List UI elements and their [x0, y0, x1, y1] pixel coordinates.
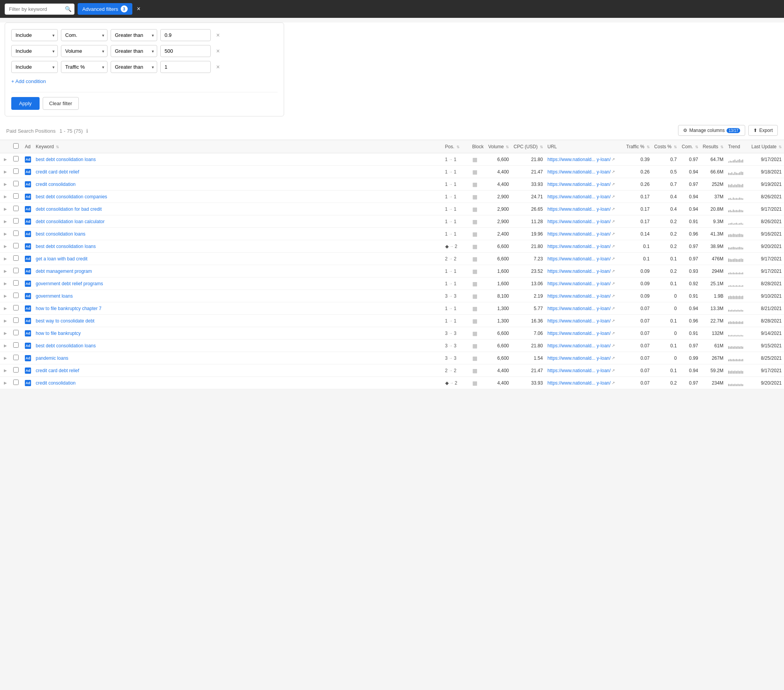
keyword-link[interactable]: get a loan with bad credit — [36, 256, 87, 262]
select-all-checkbox[interactable] — [13, 143, 19, 149]
remove-filter-1-button[interactable]: × — [214, 31, 222, 40]
col-com-header[interactable]: Com. ⇅ — [679, 140, 701, 153]
col-costs-header[interactable]: Costs % ⇅ — [652, 140, 679, 153]
operator-select-2[interactable]: Greater than Less than Equals — [111, 45, 157, 57]
manage-columns-button[interactable]: ⚙ Manage columns 13/17 — [678, 125, 745, 136]
keyword-link[interactable]: best consolidation loans — [36, 231, 85, 237]
expand-row-button[interactable]: ▶ — [2, 318, 9, 324]
row-checkbox[interactable] — [13, 156, 19, 161]
clear-filter-button[interactable]: Clear filter — [43, 97, 79, 110]
filter-value-input-3[interactable] — [160, 61, 211, 73]
keyword-link[interactable]: government debt relief programs — [36, 281, 103, 286]
include-select-3[interactable]: Include Exclude — [11, 61, 58, 73]
expand-row-button[interactable]: ▶ — [2, 355, 9, 361]
add-condition-button[interactable]: + Add condition — [11, 77, 46, 86]
remove-filter-2-button[interactable]: × — [214, 47, 222, 55]
row-checkbox[interactable] — [13, 293, 19, 298]
url-link[interactable]: https://www.nationald... y-loan/ ↗ — [548, 306, 617, 311]
expand-row-button[interactable]: ▶ — [2, 343, 9, 348]
col-cpc-header[interactable]: CPC (USD) ⇅ — [511, 140, 545, 153]
keyword-link[interactable]: credit card debt relief — [36, 368, 79, 373]
keyword-link[interactable]: pandemic loans — [36, 355, 68, 361]
keyword-link[interactable]: credit consolidation — [36, 380, 76, 386]
col-results-header[interactable]: Results ⇅ — [701, 140, 726, 153]
keyword-link[interactable]: credit card debt relief — [36, 169, 79, 175]
include-select-2[interactable]: Include Exclude — [11, 45, 58, 57]
col-pos-header[interactable]: Pos. ⇅ — [443, 140, 470, 153]
apply-button[interactable]: Apply — [11, 97, 40, 110]
row-checkbox[interactable] — [13, 280, 19, 286]
expand-row-button[interactable]: ▶ — [2, 169, 9, 175]
url-link[interactable]: https://www.nationald... y-loan/ ↗ — [548, 194, 617, 199]
url-link[interactable]: https://www.nationald... y-loan/ ↗ — [548, 331, 617, 336]
url-link[interactable]: https://www.nationald... y-loan/ ↗ — [548, 244, 617, 249]
expand-row-button[interactable]: ▶ — [2, 380, 9, 386]
url-link[interactable]: https://www.nationald... y-loan/ ↗ — [548, 231, 617, 237]
row-checkbox[interactable] — [13, 231, 19, 236]
advanced-filters-button[interactable]: Advanced filters 3 — [78, 3, 132, 15]
row-checkbox[interactable] — [13, 355, 19, 360]
operator-select-3[interactable]: Greater than Less than Equals — [111, 61, 157, 73]
url-link[interactable]: https://www.nationald... y-loan/ ↗ — [548, 219, 617, 224]
col-update-header[interactable]: Last Update ⇅ — [749, 140, 784, 153]
url-link[interactable]: https://www.nationald... y-loan/ ↗ — [548, 256, 617, 262]
row-checkbox[interactable] — [13, 317, 19, 323]
row-checkbox[interactable] — [13, 206, 19, 211]
keyword-link[interactable]: how to file bankruptcy chapter 7 — [36, 306, 101, 311]
keyword-link[interactable]: debt management program — [36, 269, 92, 274]
keyword-link[interactable]: debt consolidation loan calculator — [36, 219, 104, 224]
col-volume-header[interactable]: Volume ⇅ — [486, 140, 511, 153]
row-checkbox[interactable] — [13, 305, 19, 310]
field-select-3[interactable]: Com. Volume Traffic % CPC (USD) — [61, 61, 108, 73]
expand-row-button[interactable]: ▶ — [2, 243, 9, 249]
filter-value-input-1[interactable] — [160, 29, 211, 41]
keyword-link[interactable]: how to file bankruptcy — [36, 331, 81, 336]
url-link[interactable]: https://www.nationald... y-loan/ ↗ — [548, 343, 617, 348]
row-checkbox[interactable] — [13, 255, 19, 261]
row-checkbox[interactable] — [13, 367, 19, 373]
close-filters-button[interactable]: × — [135, 4, 142, 14]
include-select-1[interactable]: Include Exclude — [11, 29, 58, 41]
col-traffic-header[interactable]: Traffic % ⇅ — [623, 140, 652, 153]
url-link[interactable]: https://www.nationald... y-loan/ ↗ — [548, 182, 617, 187]
url-link[interactable]: https://www.nationald... y-loan/ ↗ — [548, 269, 617, 274]
expand-row-button[interactable]: ▶ — [2, 156, 9, 162]
keyword-link[interactable]: government loans — [36, 293, 73, 299]
col-keyword-header[interactable]: Keyword ⇅ — [33, 140, 443, 153]
row-checkbox[interactable] — [13, 243, 19, 248]
row-checkbox[interactable] — [13, 330, 19, 335]
keyword-link[interactable]: debt consolidation for bad credit — [36, 206, 102, 212]
expand-row-button[interactable]: ▶ — [2, 206, 9, 212]
row-checkbox[interactable] — [13, 181, 19, 186]
expand-row-button[interactable]: ▶ — [2, 330, 9, 336]
expand-row-button[interactable]: ▶ — [2, 293, 9, 299]
keyword-link[interactable]: best debt consolidation companies — [36, 194, 107, 199]
url-link[interactable]: https://www.nationald... y-loan/ ↗ — [548, 169, 617, 175]
field-select-2[interactable]: Com. Volume Traffic % CPC (USD) — [61, 45, 108, 57]
expand-row-button[interactable]: ▶ — [2, 194, 9, 199]
operator-select-1[interactable]: Greater than Less than Equals — [111, 29, 157, 41]
remove-filter-3-button[interactable]: × — [214, 63, 222, 71]
row-checkbox[interactable] — [13, 268, 19, 273]
export-button[interactable]: ⬆ Export — [748, 125, 778, 136]
row-checkbox[interactable] — [13, 342, 19, 348]
expand-row-button[interactable]: ▶ — [2, 181, 9, 187]
row-checkbox[interactable] — [13, 380, 19, 385]
expand-row-button[interactable]: ▶ — [2, 305, 9, 311]
url-link[interactable]: https://www.nationald... y-loan/ ↗ — [548, 355, 617, 361]
expand-row-button[interactable]: ▶ — [2, 256, 9, 262]
keyword-filter-input[interactable] — [5, 3, 75, 15]
row-checkbox[interactable] — [13, 168, 19, 174]
url-link[interactable]: https://www.nationald... y-loan/ ↗ — [548, 281, 617, 286]
url-link[interactable]: https://www.nationald... y-loan/ ↗ — [548, 318, 617, 324]
expand-row-button[interactable]: ▶ — [2, 231, 9, 237]
url-link[interactable]: https://www.nationald... y-loan/ ↗ — [548, 293, 617, 299]
url-link[interactable]: https://www.nationald... y-loan/ ↗ — [548, 368, 617, 373]
keyword-link[interactable]: best debt consolidation loans — [36, 343, 96, 348]
expand-row-button[interactable]: ▶ — [2, 218, 9, 224]
row-checkbox[interactable] — [13, 218, 19, 224]
keyword-link[interactable]: credit consolidation — [36, 182, 76, 187]
url-link[interactable]: https://www.nationald... y-loan/ ↗ — [548, 157, 617, 162]
row-checkbox[interactable] — [13, 193, 19, 199]
expand-row-button[interactable]: ▶ — [2, 368, 9, 373]
